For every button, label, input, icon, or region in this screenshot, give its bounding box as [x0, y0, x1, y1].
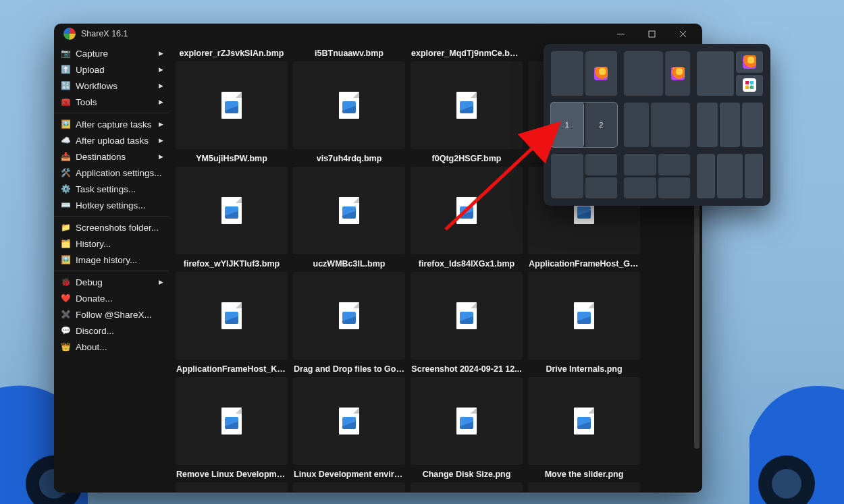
file-item[interactable]: firefox_Ids84IXGx1.bmp: [409, 257, 524, 362]
snap-layout-7[interactable]: [551, 154, 617, 198]
menu-capture-label: Capture: [76, 49, 108, 59]
firefox-icon: [671, 67, 685, 80]
menu-after-capture-label: After capture tasks: [76, 119, 152, 130]
snap-seg: [665, 51, 690, 96]
file-thumbnail: [411, 61, 523, 149]
image-file-icon: [221, 197, 242, 224]
file-item[interactable]: explorer_MqdTj9nmCe.bmp: [409, 47, 524, 152]
menu-capture[interactable]: 📷Capture▶: [54, 45, 169, 61]
menu-upload[interactable]: ⬆️Upload▶: [54, 61, 169, 78]
file-thumbnail: [176, 482, 288, 493]
menu-after-capture[interactable]: 🖼️After capture tasks▶: [54, 116, 169, 132]
snap-layout-5[interactable]: [624, 103, 690, 147]
snap-seg: [720, 103, 741, 147]
menu-donate-label: Donate...: [76, 293, 113, 304]
menu-workflows[interactable]: 🔣Workflows▶: [54, 78, 169, 94]
menu-tools[interactable]: 🧰Tools▶: [54, 94, 169, 110]
file-label: explorer_MqdTj9nmCe.bmp: [411, 47, 522, 60]
snap-layout-8[interactable]: [624, 154, 690, 198]
snap-seg: [658, 177, 691, 199]
snap-layout-4-selected[interactable]: 1 2: [551, 103, 617, 147]
menu-about[interactable]: 👑About...: [54, 339, 169, 355]
menu-workflows-label: Workflows: [76, 81, 117, 91]
menu-image-history-icon: 🖼️: [59, 255, 72, 264]
menu-screenshots-folder[interactable]: 📁Screenshots folder...: [54, 219, 169, 235]
snap-seg: 2: [585, 103, 618, 147]
file-label: explorer_rZJsvkSIAn.bmp: [180, 47, 284, 60]
file-thumbnail: [411, 377, 523, 465]
image-file-icon: [221, 92, 242, 119]
file-item[interactable]: Linux Development enviro...: [292, 468, 406, 493]
file-label: ApplicationFrameHost_Kd...: [176, 362, 287, 376]
snap-layout-2[interactable]: [624, 51, 690, 96]
file-item[interactable]: Drive Internals.png: [527, 362, 641, 468]
snap-seg: [551, 51, 583, 96]
svg-rect-4: [649, 31, 655, 37]
menu-task-settings-label: Task settings...: [76, 184, 136, 194]
menu-after-upload-icon: ☁️: [59, 136, 72, 145]
file-item[interactable]: Move the slider.png: [527, 468, 641, 493]
snap-seg: [624, 51, 663, 96]
file-item[interactable]: firefox_wYIJKTIuf3.bmp: [174, 257, 289, 362]
snap-layout-9[interactable]: [697, 154, 763, 198]
menu-app-settings[interactable]: 🛠️Application settings...: [54, 165, 169, 181]
file-thumbnail: [528, 272, 640, 360]
minimize-button[interactable]: [605, 24, 636, 44]
menu-discord[interactable]: 💬Discord...: [54, 323, 169, 339]
menu-hotkey-settings[interactable]: ⌨️Hotkey settings...: [54, 197, 169, 213]
menu-debug[interactable]: 🐞Debug▶: [54, 274, 169, 290]
file-item[interactable]: Screenshot 2024-09-21 12...: [409, 362, 524, 468]
image-file-icon: [339, 92, 359, 119]
file-item[interactable]: i5BTnuaawv.bmp: [292, 47, 406, 152]
menu-upload-icon: ⬆️: [59, 65, 72, 74]
file-item[interactable]: Change Disk Size.png: [409, 468, 524, 493]
file-label: Remove Linux Developme...: [176, 468, 287, 481]
menu-follow-label: Follow @ShareX...: [76, 310, 152, 320]
menu-task-settings-icon: ⚙️: [59, 184, 72, 194]
snap-layout-1[interactable]: [551, 51, 617, 96]
file-thumbnail: [176, 377, 288, 465]
menu-after-upload[interactable]: ☁️After upload tasks▶: [54, 132, 169, 148]
snap-layout-6[interactable]: [697, 103, 763, 147]
menu-history-label: History...: [76, 239, 111, 249]
snap-seg: [624, 103, 649, 147]
maximize-button[interactable]: [636, 24, 667, 44]
menu-image-history[interactable]: 🖼️Image history...: [54, 252, 169, 268]
snap-seg: [697, 154, 715, 198]
image-file-icon: [221, 408, 242, 435]
file-thumbnail: [176, 272, 288, 360]
file-item[interactable]: f0Qtg2HSGF.bmp: [409, 152, 524, 257]
file-item[interactable]: Drag and Drop files to Goo...: [292, 362, 406, 468]
file-item[interactable]: explorer_rZJsvkSIAn.bmp: [174, 47, 289, 152]
file-item[interactable]: vis7uh4rdq.bmp: [292, 152, 406, 257]
menu-task-settings[interactable]: ⚙️Task settings...: [54, 181, 169, 197]
file-item[interactable]: ApplicationFrameHost_Kd...: [174, 362, 289, 468]
snap-seg: [745, 154, 763, 198]
snap-layout-3[interactable]: [697, 51, 763, 96]
image-file-icon: [339, 408, 359, 435]
firefox-icon: [594, 67, 608, 80]
image-file-icon: [456, 408, 477, 435]
file-label: Change Disk Size.png: [423, 468, 511, 481]
snap-seg: [717, 154, 743, 198]
titlebar[interactable]: ShareX 16.1: [54, 24, 702, 44]
file-thumbnail: [293, 167, 405, 254]
snap-seg: [736, 75, 763, 96]
file-label: Move the slider.png: [545, 468, 624, 481]
snap-seg: [551, 154, 583, 198]
menu-debug-icon: 🐞: [59, 277, 72, 287]
menu-destinations[interactable]: 📥Destinations▶: [54, 148, 169, 165]
snap-seg: [585, 177, 618, 199]
file-item[interactable]: uczWMBc3IL.bmp: [292, 257, 406, 362]
menu-follow[interactable]: ✖️Follow @ShareX...: [54, 306, 169, 323]
menu-history[interactable]: 🗂️History...: [54, 235, 169, 252]
file-label: uczWMBc3IL.bmp: [313, 257, 386, 271]
close-button[interactable]: [667, 24, 698, 44]
menu-debug-label: Debug: [76, 277, 103, 287]
menu-donate[interactable]: ❤️Donate...: [54, 290, 169, 306]
snap-seg: [742, 103, 763, 147]
file-item[interactable]: Remove Linux Developme...: [174, 468, 289, 493]
file-item[interactable]: ApplicationFrameHost_Gc...: [527, 257, 641, 362]
submenu-arrow-icon: ▶: [159, 279, 163, 285]
file-item[interactable]: YM5ujiHsPW.bmp: [174, 152, 289, 257]
